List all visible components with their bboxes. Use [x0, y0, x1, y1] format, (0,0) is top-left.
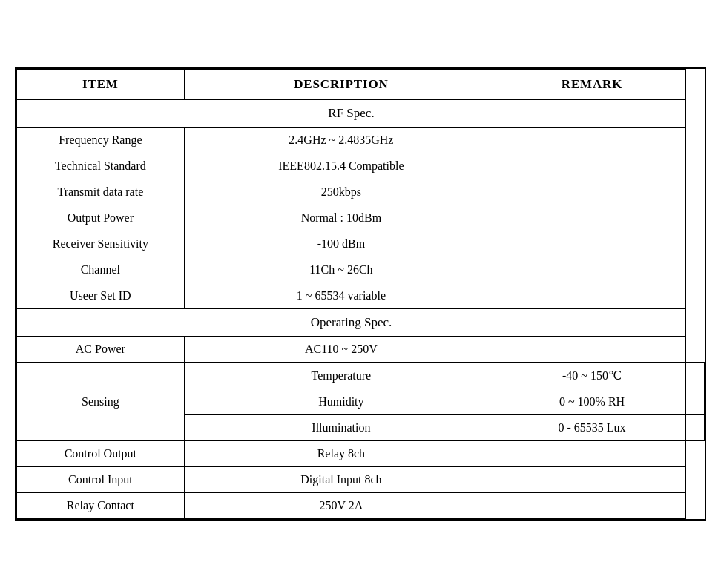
sensing-description: -40 ~ 150℃	[498, 363, 686, 389]
row-description: Digital Input 8ch	[184, 467, 498, 493]
spec-table: ITEM DESCRIPTION REMARK RF Spec.Frequenc…	[16, 69, 705, 519]
section-header-row: RF Spec.	[17, 100, 705, 128]
table-row: Relay Contact250V 2A	[17, 493, 705, 519]
row-remark	[498, 441, 686, 467]
sensing-remark	[685, 389, 704, 415]
row-description: Relay 8ch	[184, 441, 498, 467]
row-item: Frequency Range	[17, 128, 185, 153]
section-header-row: Operating Spec.	[17, 309, 705, 337]
header-remark: REMARK	[498, 70, 686, 100]
section-header-label: Operating Spec.	[17, 309, 686, 337]
row-remark	[498, 179, 686, 205]
row-description: IEEE802.15.4 Compatible	[184, 153, 498, 179]
row-description: -100 dBm	[184, 231, 498, 257]
table-row: Receiver Sensitivity-100 dBm	[17, 231, 705, 257]
sensing-sub-item: Temperature	[184, 363, 498, 389]
table-row: Frequency Range2.4GHz ~ 2.4835GHz	[17, 128, 705, 153]
row-item: Transmit data rate	[17, 179, 185, 205]
row-remark	[498, 493, 686, 519]
row-remark	[498, 337, 686, 363]
row-description: 1 ~ 65534 variable	[184, 283, 498, 309]
sensing-description: 0 ~ 100% RH	[498, 389, 686, 415]
row-item: Control Output	[17, 441, 185, 467]
row-item: Technical Standard	[17, 153, 185, 179]
table-row: Control OutputRelay 8ch	[17, 441, 705, 467]
table-row: Useer Set ID1 ~ 65534 variable	[17, 283, 705, 309]
spec-table-container: ITEM DESCRIPTION REMARK RF Spec.Frequenc…	[15, 67, 706, 521]
row-item: Useer Set ID	[17, 283, 185, 309]
sensing-remark	[685, 415, 704, 441]
row-remark	[498, 467, 686, 493]
row-description: 11Ch ~ 26Ch	[184, 257, 498, 283]
header-item: ITEM	[17, 70, 185, 100]
row-description: 250kbps	[184, 179, 498, 205]
table-row: Output PowerNormal : 10dBm	[17, 205, 705, 231]
row-remark	[498, 205, 686, 231]
section-header-label: RF Spec.	[17, 100, 686, 128]
sensing-sub-item: Humidity	[184, 389, 498, 415]
table-row: Channel11Ch ~ 26Ch	[17, 257, 705, 283]
row-item: Relay Contact	[17, 493, 185, 519]
row-item: Channel	[17, 257, 185, 283]
sensing-label: Sensing	[17, 363, 185, 441]
row-remark	[498, 153, 686, 179]
row-description: 250V 2A	[184, 493, 498, 519]
header-description: DESCRIPTION	[184, 70, 498, 100]
row-description: 2.4GHz ~ 2.4835GHz	[184, 128, 498, 153]
table-row: Technical StandardIEEE802.15.4 Compatibl…	[17, 153, 705, 179]
table-row: Transmit data rate250kbps	[17, 179, 705, 205]
row-remark	[498, 257, 686, 283]
row-item: Receiver Sensitivity	[17, 231, 185, 257]
row-remark	[498, 231, 686, 257]
sensing-description: 0 - 65535 Lux	[498, 415, 686, 441]
sensing-sub-item: Illumination	[184, 415, 498, 441]
row-item: Output Power	[17, 205, 185, 231]
row-item: Control Input	[17, 467, 185, 493]
table-header-row: ITEM DESCRIPTION REMARK	[17, 70, 705, 100]
row-description: AC110 ~ 250V	[184, 337, 498, 363]
sensing-remark	[685, 363, 704, 389]
row-remark	[498, 283, 686, 309]
table-row: AC PowerAC110 ~ 250V	[17, 337, 705, 363]
table-row: Control InputDigital Input 8ch	[17, 467, 705, 493]
row-item: AC Power	[17, 337, 185, 363]
sensing-row: SensingTemperature-40 ~ 150℃	[17, 363, 705, 389]
row-remark	[498, 128, 686, 153]
row-description: Normal : 10dBm	[184, 205, 498, 231]
